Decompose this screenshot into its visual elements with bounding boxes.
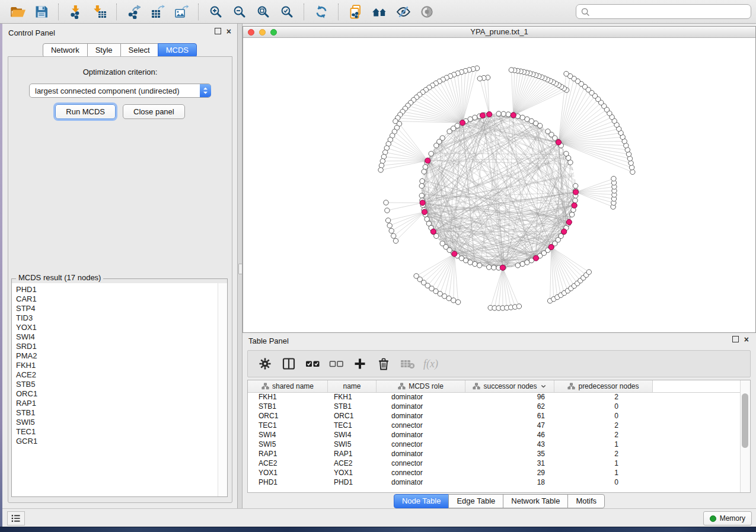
select-all-columns-button[interactable] [302, 354, 323, 374]
network-node [379, 163, 384, 168]
memory-button[interactable]: Memory [703, 511, 752, 525]
close-panel-button[interactable]: Close panel [123, 104, 185, 119]
control-panel-tabs: NetworkStyleSelectMCDS [2, 43, 237, 57]
network-canvas[interactable] [243, 38, 755, 332]
network-node [492, 265, 496, 270]
mcds-result-item[interactable]: RAP1 [16, 399, 218, 408]
mcds-result-item[interactable]: ACE2 [16, 370, 218, 380]
table-row[interactable]: ORC1ORC1dominator610 [248, 411, 741, 421]
tab-network[interactable]: Network [43, 43, 88, 57]
mcds-hub-node [460, 120, 465, 126]
mcds-result-item[interactable]: GCR1 [16, 437, 218, 446]
search-input[interactable] [593, 7, 747, 17]
show-hidden-button[interactable] [417, 2, 437, 21]
tree-icon [398, 383, 406, 390]
mcds-hub-node [548, 245, 554, 250]
close-panel-icon[interactable]: × [227, 28, 231, 34]
splitter-handle[interactable] [238, 264, 243, 274]
mcds-result-item[interactable]: ORC1 [16, 389, 218, 399]
deselect-all-columns-button[interactable] [326, 354, 346, 374]
run-mcds-button[interactable]: Run MCDS [55, 104, 116, 119]
network-window-titlebar[interactable]: YPA_prune.txt_1 [243, 27, 755, 38]
import-network-from-file-button[interactable] [66, 2, 86, 21]
show-panels-menu-button[interactable] [7, 511, 25, 525]
mcds-result-item[interactable]: TID3 [16, 313, 218, 323]
table-scrollbar[interactable] [740, 380, 750, 492]
table-scrollbar-thumb[interactable] [742, 393, 748, 448]
delete-columns-button[interactable] [374, 354, 394, 374]
zoom-in-button[interactable] [206, 2, 226, 21]
table-row[interactable]: YOX1YOX1connector291 [248, 468, 741, 477]
mcds-result-item[interactable]: FKH1 [16, 361, 218, 370]
delete-table-button [397, 354, 417, 374]
toolbar-separator [338, 4, 339, 20]
table-options-button[interactable] [255, 354, 275, 374]
tab-select[interactable]: Select [120, 43, 158, 57]
close-window-icon[interactable] [248, 29, 254, 36]
mcds-result-item[interactable]: STB1 [16, 408, 218, 418]
mcds-result-scrollbar[interactable] [218, 283, 227, 496]
hide-selected-button[interactable] [393, 2, 413, 21]
table-row[interactable]: TEC1TEC1connector472 [248, 421, 741, 430]
optimization-criterion-select[interactable]: largest connected component (undirected) [29, 84, 211, 98]
toggle-column-panel-button[interactable] [279, 354, 299, 374]
mcds-result-item[interactable]: SRD1 [16, 342, 218, 351]
mcds-result-item[interactable]: STP4 [16, 304, 218, 313]
save-session-button[interactable] [31, 2, 52, 21]
mcds-result-item[interactable]: PMA2 [16, 351, 218, 361]
mcds-result-item[interactable]: CAR1 [16, 294, 218, 304]
mcds-result-item[interactable]: SWI5 [16, 418, 218, 427]
tab-motifs[interactable]: Motifs [567, 494, 605, 508]
export-image-button[interactable] [171, 2, 192, 21]
search-box[interactable] [576, 4, 751, 19]
tab-node-table[interactable]: Node Table [394, 494, 449, 508]
tab-style[interactable]: Style [87, 43, 121, 57]
float-panel-icon[interactable] [215, 28, 221, 34]
list-icon [11, 514, 21, 523]
column-header-name[interactable]: name [328, 380, 377, 392]
panel-splitter[interactable] [237, 24, 243, 508]
cell-shared-name: ORC1 [248, 412, 328, 420]
create-column-button[interactable] [350, 354, 370, 374]
column-header-predecessor-nodes[interactable]: predecessor nodes [554, 380, 653, 392]
redraw-network-button[interactable] [311, 2, 331, 21]
table-row[interactable]: RAP1RAP1dominator352 [248, 449, 741, 459]
zoom-out-icon [232, 5, 247, 19]
minimize-window-icon[interactable] [259, 29, 266, 36]
zoom-out-button[interactable] [229, 2, 250, 21]
network-node [629, 161, 633, 165]
import-table-from-file-button[interactable] [90, 2, 110, 21]
network-node [516, 304, 521, 309]
float-table-panel-icon[interactable] [732, 336, 739, 342]
function-builder-button: f(x) [421, 354, 441, 374]
mcds-result-item[interactable]: TEC1 [16, 427, 218, 437]
zoom-fit-content-button[interactable] [253, 2, 273, 21]
tab-edge-table[interactable]: Edge Table [448, 494, 503, 508]
mcds-result-list[interactable]: PHD1CAR1STP4TID3YOX1SWI4SRD1PMA2FKH1ACE2… [12, 283, 218, 496]
first-neighbors-button[interactable] [369, 2, 390, 21]
close-table-panel-icon[interactable]: × [744, 336, 749, 342]
table-row[interactable]: SWI5SWI5connector431 [248, 440, 741, 449]
export-network-button[interactable] [124, 2, 144, 21]
column-header-MCDS-role[interactable]: MCDS role [377, 380, 465, 392]
tab-network-table[interactable]: Network Table [503, 494, 568, 508]
column-header-shared-name[interactable]: shared name [248, 380, 328, 392]
column-header-successor-nodes[interactable]: successor nodes [465, 380, 554, 392]
zoom-selected-region-button[interactable] [277, 2, 297, 21]
cell-predecessor-nodes: 1 [554, 440, 653, 448]
new-network-from-selection-button[interactable] [346, 2, 366, 21]
table-row[interactable]: FKH1FKH1dominator962 [248, 392, 741, 402]
open-session-button[interactable] [8, 2, 28, 21]
mcds-result-item[interactable]: YOX1 [16, 323, 218, 332]
export-table-button[interactable] [148, 2, 168, 21]
table-row[interactable]: ACE2ACE2connector311 [248, 459, 741, 468]
maximize-window-icon[interactable] [270, 29, 277, 36]
mcds-result-item[interactable]: PHD1 [16, 285, 218, 294]
table-row[interactable]: SWI4SWI4dominator462 [248, 430, 741, 440]
mcds-result-item[interactable]: STB5 [16, 380, 218, 389]
table-panel-title: Table Panel [248, 336, 289, 345]
table-row[interactable]: STB1STB1dominator620 [248, 402, 741, 411]
tab-mcds[interactable]: MCDS [158, 43, 197, 57]
mcds-result-item[interactable]: SWI4 [16, 332, 218, 342]
table-row[interactable]: PHD1PHD1dominator180 [248, 477, 741, 487]
